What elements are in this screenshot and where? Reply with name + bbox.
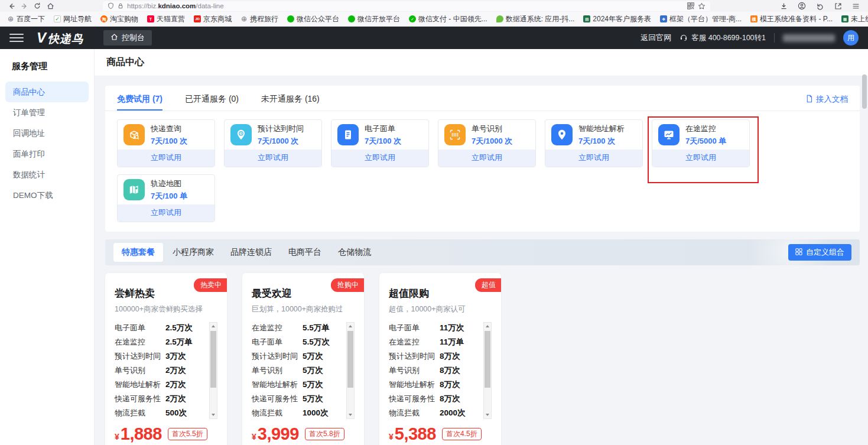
package-item-row: 电子面单2.5万次	[115, 321, 206, 335]
try-now-button[interactable]: 立即试用	[652, 150, 749, 167]
document-icon	[805, 95, 813, 105]
try-now-button[interactable]: 立即试用	[331, 150, 428, 167]
bookmark-item[interactable]: ❖框架（平台）管理-商...	[660, 14, 742, 24]
menu-icon[interactable]	[852, 2, 860, 10]
kdniao-logo[interactable]: V快递鸟	[37, 30, 83, 47]
sidebar-item-data-statistics[interactable]: 数据统计	[0, 164, 94, 185]
tab-not-activated-services[interactable]: 未开通服务 (16)	[261, 94, 320, 111]
bookmark-item[interactable]: ⊕百度一下	[7, 14, 45, 24]
try-now-button[interactable]: 立即试用	[118, 204, 214, 222]
home-icon[interactable]	[44, 1, 57, 11]
package-item-row: 在途监控5.5万单	[252, 321, 343, 335]
trial-card-track-map: 轨迹地图 7天/100 单 立即试用	[117, 174, 215, 222]
package-item-row: 电子面单11万次	[389, 321, 480, 335]
card-scrollbar[interactable]	[483, 322, 492, 419]
scroll-down-icon[interactable]	[347, 411, 354, 418]
bookmark-item[interactable]: ▤2024年客户服务表	[583, 14, 651, 24]
package-price: 1,888	[121, 425, 162, 443]
package-item-row: 物流拦截2000次	[389, 406, 480, 420]
back-to-official-link[interactable]: 返回官网	[641, 33, 671, 43]
bookmark-item[interactable]: 微信公众平台	[287, 14, 339, 24]
lock-icon[interactable]	[118, 2, 123, 9]
sidebar-item-order-management[interactable]: 订单管理	[0, 102, 94, 123]
package-item-row: 智能地址解析8万次	[389, 378, 480, 392]
package-tab-special-deals[interactable]: 特惠套餐	[113, 243, 163, 262]
package-tab-brand-chain-stores[interactable]: 品牌连锁店	[230, 247, 272, 258]
browser-window: https://biz.kdniao.com/data-line	[0, 0, 868, 445]
trial-card-name: 预计达到时间	[258, 124, 304, 134]
bookmark-item[interactable]: ✓网址导航	[54, 14, 92, 24]
try-now-button[interactable]: 立即试用	[118, 150, 214, 167]
services-panel: 免费试用 (7) 已开通服务 (0) 未开通服务 (16) 接入文档	[105, 86, 860, 232]
tab-free-trial[interactable]: 免费试用 (7)	[117, 94, 162, 111]
hamburger-menu-icon[interactable]	[9, 34, 24, 42]
bookmark-item[interactable]: 淘淘宝购物	[100, 14, 138, 24]
package-item-row: 在途监控2.5万单	[115, 335, 206, 349]
try-now-button[interactable]: 立即试用	[545, 150, 642, 167]
sidebar-toggle-icon[interactable]	[834, 2, 842, 10]
sidebar-item-product-center[interactable]: 商品中心	[5, 82, 89, 102]
reload-icon[interactable]	[31, 1, 44, 11]
avatar[interactable]: 用	[843, 30, 859, 46]
bookmark-item[interactable]: JD京东商城	[194, 14, 232, 24]
scrollbar-thumb[interactable]	[210, 331, 216, 388]
back-icon[interactable]	[5, 1, 18, 11]
scroll-down-icon[interactable]	[210, 411, 217, 418]
qr-code-icon[interactable]	[687, 2, 694, 9]
undo-icon[interactable]	[816, 2, 824, 10]
parcel-search-icon	[123, 124, 145, 145]
bookmark-item[interactable]: 数据通系统: 应用-抖...	[496, 14, 575, 24]
sidebar-item-callback-address[interactable]: 回调地址	[0, 123, 94, 144]
scrollbar-thumb[interactable]	[347, 331, 353, 388]
address-bar[interactable]: https://biz.kdniao.com/data-line	[103, 1, 710, 11]
divider	[774, 33, 775, 43]
downloads-icon[interactable]	[780, 2, 788, 10]
scroll-up-icon[interactable]	[484, 323, 491, 330]
package-tab-ecommerce-platform[interactable]: 电商平台	[288, 247, 321, 258]
page-scrollbar[interactable]	[862, 51, 867, 441]
bookmark-item[interactable]: 模模王系统准备资料 - P...	[750, 14, 833, 24]
docs-link[interactable]: 接入文档	[805, 94, 848, 111]
eta-clock-icon	[230, 124, 252, 145]
scrollbar-thumb[interactable]	[485, 331, 490, 388]
package-subtitle: 巨划算，10000+商家抢购过	[252, 304, 355, 314]
account-icon[interactable]	[798, 2, 806, 10]
sidebar-item-demo-download[interactable]: DEMO下载	[0, 185, 94, 206]
card-scrollbar[interactable]	[209, 322, 217, 419]
scroll-up-icon[interactable]	[210, 323, 217, 330]
package-item-row: 预计达到时间3万次	[115, 349, 206, 363]
try-now-button[interactable]: 立即试用	[225, 150, 321, 167]
tracking-shield-icon[interactable]	[108, 2, 114, 9]
console-nav-chip[interactable]: 控制台	[103, 30, 152, 46]
bookmark-item[interactable]: ✓微信支付 - 中国领先...	[409, 14, 487, 24]
package-item-row: 单号识别8万次	[389, 363, 480, 378]
package-item-row: 物流拦截500次	[115, 406, 206, 420]
packages-banner: 特惠套餐 小程序商家 品牌连锁店 电商平台 仓储物流 自定义组合	[105, 239, 860, 265]
custom-combo-button[interactable]: 自定义组合	[788, 244, 851, 261]
package-tab-miniprogram-merchants[interactable]: 小程序商家	[173, 247, 214, 258]
trial-card-quota: 7天/100 次	[578, 136, 625, 147]
wechat-icon	[348, 15, 355, 22]
try-now-button[interactable]: 立即试用	[438, 150, 535, 167]
package-tab-warehouse-logistics[interactable]: 仓储物流	[338, 247, 371, 258]
package-price: 5,388	[395, 425, 436, 443]
bookmark-item[interactable]: 微信开放平台	[348, 14, 400, 24]
bookmark-item[interactable]: ▦未上线客户进度表	[841, 14, 868, 24]
bookmark-item[interactable]: ⊕携程旅行	[240, 14, 278, 24]
scroll-up-icon[interactable]	[347, 323, 354, 330]
trial-card-quota: 7天/1000 次	[258, 136, 304, 147]
package-item-list: 电子面单11万次 在途监控11万单 预计达到时间8万次 单号识别8万次 智能地址…	[389, 321, 492, 420]
bookmark-star-icon[interactable]	[698, 2, 706, 10]
bookmark-item[interactable]: T天猫直营	[147, 14, 185, 24]
page-scrollbar-thumb[interactable]	[862, 74, 867, 109]
forward-icon[interactable]	[18, 1, 31, 11]
sidebar-item-waybill-print[interactable]: 面单打印	[0, 144, 94, 164]
trial-card-tracking-number-recognition: 单号识别 7天/1000 次 立即试用	[438, 119, 536, 167]
scroll-down-icon[interactable]	[484, 411, 491, 418]
account-name-redacted	[783, 34, 835, 42]
tmall-icon: T	[147, 15, 154, 22]
tab-activated-services[interactable]: 已开通服务 (0)	[185, 94, 239, 111]
card-scrollbar[interactable]	[346, 322, 355, 419]
package-item-list: 在途监控5.5万单 电子面单5.5万次 预计达到时间5万次 单号识别5万次 智能…	[252, 321, 355, 420]
currency-symbol: ¥	[115, 432, 119, 441]
